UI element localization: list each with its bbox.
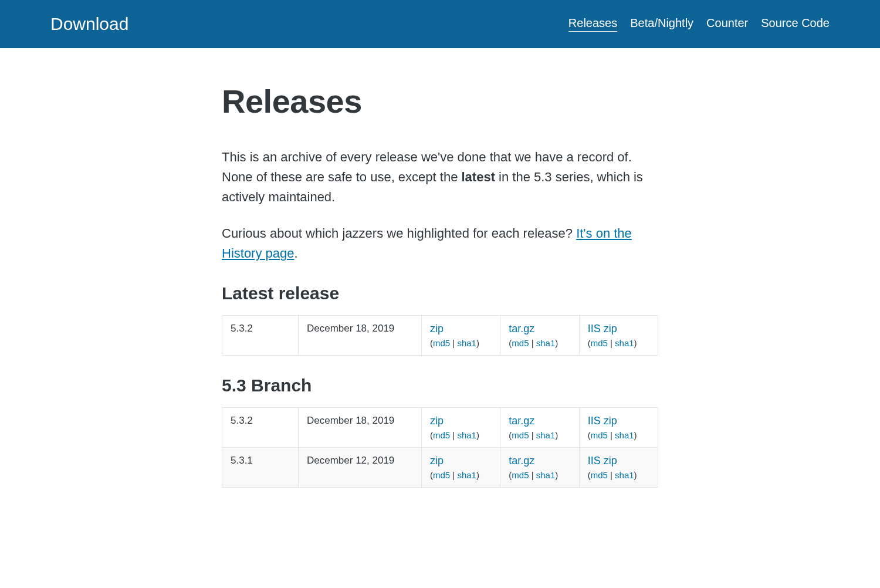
intro-bold: latest bbox=[461, 170, 495, 184]
download-link-iiszip[interactable]: IIS zip bbox=[588, 323, 617, 335]
download-cell-iiszip: IIS zip(md5 | sha1) bbox=[579, 408, 658, 448]
version-cell: 5.3.2 bbox=[222, 408, 299, 448]
page-title: Releases bbox=[222, 82, 658, 120]
releases-table: 5.3.2December 18, 2019zip(md5 | sha1)tar… bbox=[222, 315, 658, 356]
download-link-zip[interactable]: zip bbox=[430, 455, 444, 467]
download-cell-zip: zip(md5 | sha1) bbox=[422, 408, 500, 448]
nav-link-beta-nightly[interactable]: Beta/Nightly bbox=[630, 16, 693, 32]
sha1-link[interactable]: sha1 bbox=[457, 430, 476, 440]
hash-links: (md5 | sha1) bbox=[509, 338, 558, 348]
download-cell-iiszip: IIS zip(md5 | sha1) bbox=[579, 448, 658, 488]
md5-link[interactable]: md5 bbox=[591, 430, 608, 440]
download-link-targz[interactable]: tar.gz bbox=[509, 323, 534, 335]
section-title: 5.3 Branch bbox=[222, 376, 658, 396]
sha1-link[interactable]: sha1 bbox=[615, 470, 634, 480]
download-cell-targz: tar.gz(md5 | sha1) bbox=[500, 408, 579, 448]
intro-paragraph-2: Curious about which jazzers we highlight… bbox=[222, 224, 658, 263]
sha1-link[interactable]: sha1 bbox=[457, 338, 476, 348]
intro-block: This is an archive of every release we'v… bbox=[222, 147, 658, 263]
download-link-iiszip[interactable]: IIS zip bbox=[588, 415, 617, 427]
download-link-zip[interactable]: zip bbox=[430, 323, 444, 335]
sha1-link[interactable]: sha1 bbox=[457, 470, 476, 480]
hash-links: (md5 | sha1) bbox=[509, 430, 558, 440]
download-link-targz[interactable]: tar.gz bbox=[509, 455, 534, 467]
hash-links: (md5 | sha1) bbox=[588, 430, 637, 440]
date-cell: December 18, 2019 bbox=[299, 316, 422, 356]
header-title: Download bbox=[50, 14, 128, 34]
header-bar: Download ReleasesBeta/NightlyCounterSour… bbox=[0, 0, 880, 48]
main-content: Releases This is an archive of every rel… bbox=[222, 48, 658, 511]
download-link-iiszip[interactable]: IIS zip bbox=[588, 455, 617, 467]
nav-link-source-code[interactable]: Source Code bbox=[761, 16, 830, 32]
version-cell: 5.3.2 bbox=[222, 316, 299, 356]
intro-paragraph-1: This is an archive of every release we'v… bbox=[222, 147, 658, 207]
download-link-targz[interactable]: tar.gz bbox=[509, 415, 534, 427]
section-title: Latest release bbox=[222, 283, 658, 303]
header-nav: ReleasesBeta/NightlyCounterSource Code bbox=[568, 16, 830, 32]
nav-link-counter[interactable]: Counter bbox=[706, 16, 748, 32]
sha1-link[interactable]: sha1 bbox=[615, 430, 634, 440]
download-cell-targz: tar.gz(md5 | sha1) bbox=[500, 316, 579, 356]
download-link-zip[interactable]: zip bbox=[430, 415, 444, 427]
sha1-link[interactable]: sha1 bbox=[536, 430, 556, 440]
md5-link[interactable]: md5 bbox=[512, 430, 529, 440]
sha1-link[interactable]: sha1 bbox=[536, 338, 556, 348]
md5-link[interactable]: md5 bbox=[433, 338, 450, 348]
hash-links: (md5 | sha1) bbox=[430, 338, 479, 348]
curious-prefix: Curious about which jazzers we highlight… bbox=[222, 226, 576, 241]
hash-links: (md5 | sha1) bbox=[430, 470, 479, 480]
download-cell-zip: zip(md5 | sha1) bbox=[422, 448, 500, 488]
nav-link-releases[interactable]: Releases bbox=[568, 16, 617, 32]
download-cell-zip: zip(md5 | sha1) bbox=[422, 316, 500, 356]
md5-link[interactable]: md5 bbox=[591, 470, 608, 480]
sha1-link[interactable]: sha1 bbox=[615, 338, 634, 348]
hash-links: (md5 | sha1) bbox=[588, 338, 637, 348]
hash-links: (md5 | sha1) bbox=[509, 470, 558, 480]
download-cell-iiszip: IIS zip(md5 | sha1) bbox=[579, 316, 658, 356]
md5-link[interactable]: md5 bbox=[512, 470, 529, 480]
date-cell: December 18, 2019 bbox=[299, 408, 422, 448]
table-row: 5.3.2December 18, 2019zip(md5 | sha1)tar… bbox=[222, 316, 658, 356]
md5-link[interactable]: md5 bbox=[512, 338, 529, 348]
hash-links: (md5 | sha1) bbox=[588, 470, 637, 480]
sha1-link[interactable]: sha1 bbox=[536, 470, 556, 480]
date-cell: December 12, 2019 bbox=[299, 448, 422, 488]
md5-link[interactable]: md5 bbox=[433, 430, 450, 440]
table-row: 5.3.2December 18, 2019zip(md5 | sha1)tar… bbox=[222, 408, 658, 448]
hash-links: (md5 | sha1) bbox=[430, 430, 479, 440]
version-cell: 5.3.1 bbox=[222, 448, 299, 488]
curious-suffix: . bbox=[295, 246, 298, 261]
table-row: 5.3.1December 12, 2019zip(md5 | sha1)tar… bbox=[222, 448, 658, 488]
md5-link[interactable]: md5 bbox=[591, 338, 608, 348]
download-cell-targz: tar.gz(md5 | sha1) bbox=[500, 448, 579, 488]
releases-table: 5.3.2December 18, 2019zip(md5 | sha1)tar… bbox=[222, 407, 658, 488]
md5-link[interactable]: md5 bbox=[433, 470, 450, 480]
